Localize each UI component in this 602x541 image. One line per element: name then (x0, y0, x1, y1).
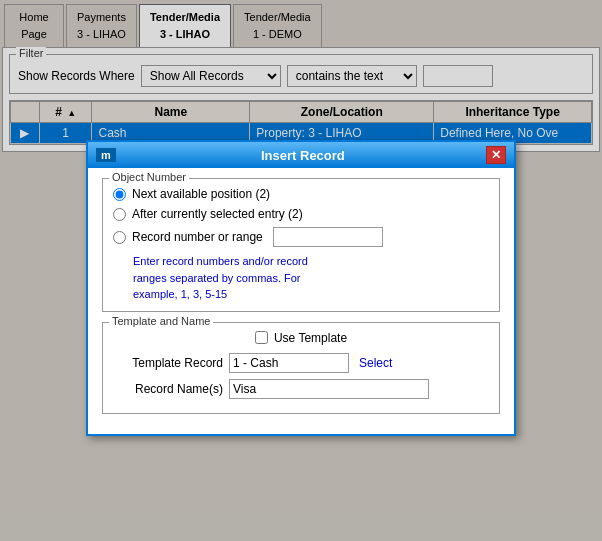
modal-title-bar: m Insert Record ✕ (88, 142, 514, 168)
record-names-row: Record Name(s) (113, 379, 489, 399)
modal-overlay: m Insert Record ✕ Object Number Next ava… (0, 0, 602, 541)
help-text: Enter record numbers and/or record range… (133, 253, 489, 303)
template-record-input[interactable] (229, 353, 349, 373)
template-record-label: Template Record (113, 356, 223, 370)
insert-record-modal: m Insert Record ✕ Object Number Next ava… (86, 140, 516, 436)
radio-next-row: Next available position (2) (113, 187, 489, 201)
select-link[interactable]: Select (359, 356, 392, 370)
radio-range[interactable] (113, 231, 126, 244)
radio-after-label[interactable]: After currently selected entry (2) (132, 207, 303, 221)
template-legend: Template and Name (109, 315, 213, 327)
template-section: Template and Name Use Template Template … (102, 322, 500, 414)
record-range-input[interactable] (273, 227, 383, 247)
use-template-checkbox[interactable] (255, 331, 268, 344)
record-names-input[interactable] (229, 379, 429, 399)
template-record-row: Template Record Select (113, 353, 489, 373)
modal-body: Object Number Next available position (2… (88, 168, 514, 434)
modal-close-button[interactable]: ✕ (486, 146, 506, 164)
radio-next[interactable] (113, 188, 126, 201)
radio-after[interactable] (113, 208, 126, 221)
modal-title: Insert Record (120, 148, 486, 163)
radio-after-row: After currently selected entry (2) (113, 207, 489, 221)
radio-range-row: Record number or range (113, 227, 489, 247)
radio-next-label[interactable]: Next available position (2) (132, 187, 270, 201)
use-template-label[interactable]: Use Template (274, 331, 347, 345)
use-template-row: Use Template (113, 331, 489, 345)
radio-range-label[interactable]: Record number or range (132, 230, 263, 244)
object-number-section: Object Number Next available position (2… (102, 178, 500, 312)
record-names-label: Record Name(s) (113, 382, 223, 396)
modal-app-icon: m (96, 148, 116, 162)
object-number-legend: Object Number (109, 171, 189, 183)
